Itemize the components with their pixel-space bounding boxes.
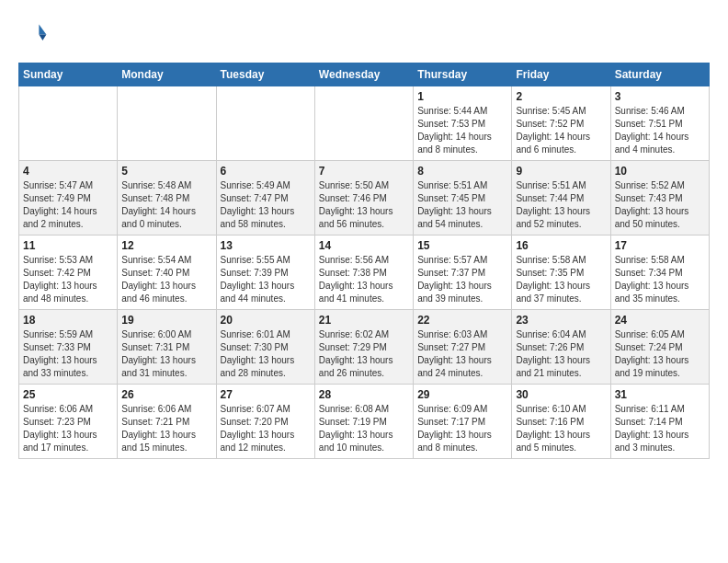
day-number: 3 bbox=[615, 90, 705, 103]
day-number: 22 bbox=[417, 314, 507, 327]
calendar-day-header: Thursday bbox=[414, 63, 512, 86]
calendar-cell: 14Sunrise: 5:56 AM Sunset: 7:38 PM Dayli… bbox=[314, 236, 413, 310]
calendar-day-header: Sunday bbox=[19, 63, 118, 86]
day-info: Sunrise: 6:01 AM Sunset: 7:30 PM Dayligh… bbox=[221, 328, 311, 380]
page: SundayMondayTuesdayWednesdayThursdayFrid… bbox=[0, 0, 728, 468]
day-info: Sunrise: 6:10 AM Sunset: 7:16 PM Dayligh… bbox=[516, 403, 606, 454]
day-info: Sunrise: 6:05 AM Sunset: 7:24 PM Dayligh… bbox=[615, 328, 705, 380]
day-number: 8 bbox=[417, 165, 507, 178]
calendar-cell: 24Sunrise: 6:05 AM Sunset: 7:24 PM Dayli… bbox=[610, 310, 709, 385]
calendar-cell: 25Sunrise: 6:06 AM Sunset: 7:23 PM Dayli… bbox=[19, 385, 118, 459]
calendar-week-row: 11Sunrise: 5:53 AM Sunset: 7:42 PM Dayli… bbox=[19, 236, 710, 310]
day-number: 23 bbox=[516, 314, 606, 327]
day-number: 6 bbox=[221, 165, 311, 178]
calendar-cell: 18Sunrise: 5:59 AM Sunset: 7:33 PM Dayli… bbox=[19, 310, 118, 385]
day-number: 9 bbox=[516, 165, 606, 178]
day-number: 4 bbox=[23, 165, 113, 178]
calendar-cell: 28Sunrise: 6:08 AM Sunset: 7:19 PM Dayli… bbox=[314, 385, 413, 459]
day-info: Sunrise: 5:58 AM Sunset: 7:34 PM Dayligh… bbox=[615, 254, 705, 305]
day-number: 25 bbox=[23, 388, 113, 401]
calendar-cell: 1Sunrise: 5:44 AM Sunset: 7:53 PM Daylig… bbox=[414, 86, 512, 161]
day-number: 18 bbox=[23, 314, 113, 327]
day-number: 26 bbox=[121, 388, 211, 401]
calendar-week-row: 4Sunrise: 5:47 AM Sunset: 7:49 PM Daylig… bbox=[19, 161, 710, 236]
day-number: 20 bbox=[221, 314, 311, 327]
calendar-day-header: Monday bbox=[118, 63, 216, 86]
calendar-cell: 6Sunrise: 5:49 AM Sunset: 7:47 PM Daylig… bbox=[216, 161, 314, 236]
day-info: Sunrise: 5:59 AM Sunset: 7:33 PM Dayligh… bbox=[23, 328, 113, 380]
day-info: Sunrise: 5:51 AM Sunset: 7:45 PM Dayligh… bbox=[417, 179, 507, 231]
calendar-cell: 29Sunrise: 6:09 AM Sunset: 7:17 PM Dayli… bbox=[414, 385, 512, 459]
day-info: Sunrise: 6:07 AM Sunset: 7:20 PM Dayligh… bbox=[221, 403, 311, 454]
day-number: 28 bbox=[319, 388, 409, 401]
calendar-cell: 4Sunrise: 5:47 AM Sunset: 7:49 PM Daylig… bbox=[19, 161, 118, 236]
day-number: 29 bbox=[417, 388, 507, 401]
day-info: Sunrise: 5:54 AM Sunset: 7:40 PM Dayligh… bbox=[121, 254, 211, 305]
day-number: 10 bbox=[615, 165, 705, 178]
calendar-cell: 20Sunrise: 6:01 AM Sunset: 7:30 PM Dayli… bbox=[216, 310, 314, 385]
day-number: 11 bbox=[23, 239, 113, 252]
calendar-cell: 16Sunrise: 5:58 AM Sunset: 7:35 PM Dayli… bbox=[512, 236, 610, 310]
calendar: SundayMondayTuesdayWednesdayThursdayFrid… bbox=[18, 63, 710, 459]
day-number: 31 bbox=[615, 388, 705, 401]
header bbox=[18, 18, 710, 48]
calendar-cell: 21Sunrise: 6:02 AM Sunset: 7:29 PM Dayli… bbox=[314, 310, 413, 385]
day-number: 27 bbox=[221, 388, 311, 401]
day-info: Sunrise: 6:04 AM Sunset: 7:26 PM Dayligh… bbox=[516, 328, 606, 380]
day-info: Sunrise: 5:53 AM Sunset: 7:42 PM Dayligh… bbox=[23, 254, 113, 305]
calendar-cell: 19Sunrise: 6:00 AM Sunset: 7:31 PM Dayli… bbox=[118, 310, 216, 385]
day-number: 16 bbox=[516, 239, 606, 252]
calendar-week-row: 1Sunrise: 5:44 AM Sunset: 7:53 PM Daylig… bbox=[19, 86, 710, 161]
day-info: Sunrise: 5:46 AM Sunset: 7:51 PM Dayligh… bbox=[615, 105, 705, 156]
calendar-week-row: 18Sunrise: 5:59 AM Sunset: 7:33 PM Dayli… bbox=[19, 310, 710, 385]
calendar-cell: 30Sunrise: 6:10 AM Sunset: 7:16 PM Dayli… bbox=[512, 385, 610, 459]
calendar-cell: 10Sunrise: 5:52 AM Sunset: 7:43 PM Dayli… bbox=[610, 161, 709, 236]
logo bbox=[18, 18, 51, 48]
day-number: 15 bbox=[417, 239, 507, 252]
calendar-cell bbox=[118, 86, 216, 161]
calendar-cell: 31Sunrise: 6:11 AM Sunset: 7:14 PM Dayli… bbox=[610, 385, 709, 459]
calendar-cell: 12Sunrise: 5:54 AM Sunset: 7:40 PM Dayli… bbox=[118, 236, 216, 310]
day-info: Sunrise: 5:44 AM Sunset: 7:53 PM Dayligh… bbox=[417, 105, 507, 156]
day-info: Sunrise: 5:49 AM Sunset: 7:47 PM Dayligh… bbox=[221, 179, 311, 231]
calendar-cell: 5Sunrise: 5:48 AM Sunset: 7:48 PM Daylig… bbox=[118, 161, 216, 236]
calendar-header-row: SundayMondayTuesdayWednesdayThursdayFrid… bbox=[19, 63, 710, 86]
calendar-day-header: Friday bbox=[512, 63, 610, 86]
calendar-cell: 7Sunrise: 5:50 AM Sunset: 7:46 PM Daylig… bbox=[314, 161, 413, 236]
day-info: Sunrise: 6:00 AM Sunset: 7:31 PM Dayligh… bbox=[121, 328, 211, 380]
calendar-cell bbox=[216, 86, 314, 161]
calendar-cell: 22Sunrise: 6:03 AM Sunset: 7:27 PM Dayli… bbox=[414, 310, 512, 385]
calendar-cell bbox=[19, 86, 118, 161]
logo-icon bbox=[18, 18, 48, 48]
day-info: Sunrise: 6:02 AM Sunset: 7:29 PM Dayligh… bbox=[319, 328, 409, 380]
day-info: Sunrise: 5:52 AM Sunset: 7:43 PM Dayligh… bbox=[615, 179, 705, 231]
day-info: Sunrise: 5:55 AM Sunset: 7:39 PM Dayligh… bbox=[221, 254, 311, 305]
day-number: 19 bbox=[121, 314, 211, 327]
calendar-cell: 15Sunrise: 5:57 AM Sunset: 7:37 PM Dayli… bbox=[414, 236, 512, 310]
day-info: Sunrise: 5:45 AM Sunset: 7:52 PM Dayligh… bbox=[516, 105, 606, 156]
day-number: 17 bbox=[615, 239, 705, 252]
day-number: 13 bbox=[221, 239, 311, 252]
day-number: 1 bbox=[417, 90, 507, 103]
calendar-day-header: Wednesday bbox=[314, 63, 413, 86]
calendar-cell: 3Sunrise: 5:46 AM Sunset: 7:51 PM Daylig… bbox=[610, 86, 709, 161]
calendar-cell: 8Sunrise: 5:51 AM Sunset: 7:45 PM Daylig… bbox=[414, 161, 512, 236]
day-number: 2 bbox=[516, 90, 606, 103]
day-number: 21 bbox=[319, 314, 409, 327]
day-info: Sunrise: 6:03 AM Sunset: 7:27 PM Dayligh… bbox=[417, 328, 507, 380]
calendar-cell bbox=[314, 86, 413, 161]
day-info: Sunrise: 5:58 AM Sunset: 7:35 PM Dayligh… bbox=[516, 254, 606, 305]
day-info: Sunrise: 5:47 AM Sunset: 7:49 PM Dayligh… bbox=[23, 179, 113, 231]
svg-marker-1 bbox=[39, 35, 46, 40]
day-info: Sunrise: 6:08 AM Sunset: 7:19 PM Dayligh… bbox=[319, 403, 409, 454]
calendar-cell: 9Sunrise: 5:51 AM Sunset: 7:44 PM Daylig… bbox=[512, 161, 610, 236]
calendar-cell: 27Sunrise: 6:07 AM Sunset: 7:20 PM Dayli… bbox=[216, 385, 314, 459]
calendar-cell: 17Sunrise: 5:58 AM Sunset: 7:34 PM Dayli… bbox=[610, 236, 709, 310]
calendar-week-row: 25Sunrise: 6:06 AM Sunset: 7:23 PM Dayli… bbox=[19, 385, 710, 459]
calendar-day-header: Saturday bbox=[610, 63, 709, 86]
day-number: 14 bbox=[319, 239, 409, 252]
calendar-day-header: Tuesday bbox=[216, 63, 314, 86]
calendar-cell: 26Sunrise: 6:06 AM Sunset: 7:21 PM Dayli… bbox=[118, 385, 216, 459]
day-number: 30 bbox=[516, 388, 606, 401]
svg-marker-0 bbox=[39, 24, 46, 34]
